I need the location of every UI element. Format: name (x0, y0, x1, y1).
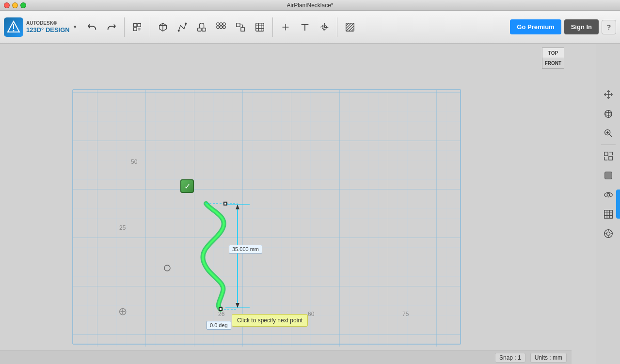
svg-rect-21 (241, 27, 244, 31)
svg-rect-71 (604, 152, 607, 156)
product-label: 123D° DESIGN (26, 26, 70, 34)
logo-icon (4, 17, 23, 37)
svg-text:⊕: ⊕ (118, 305, 127, 317)
point-marker-1 (223, 202, 227, 206)
construct-button[interactable] (193, 18, 210, 36)
svg-point-17 (216, 26, 219, 29)
panel-divider-1 (601, 144, 616, 145)
svg-point-10 (178, 30, 179, 31)
svg-text:25: 25 (119, 224, 126, 231)
angle-input[interactable]: 0.0 deg (207, 321, 231, 330)
maximize-button[interactable] (20, 2, 26, 8)
transform-button[interactable] (232, 18, 249, 36)
premium-button[interactable]: Go Premium (510, 19, 561, 34)
material-button[interactable] (341, 18, 359, 36)
canvas[interactable]: 50 25 26 60 75 (0, 44, 596, 364)
svg-text:60: 60 (308, 311, 315, 317)
svg-point-15 (220, 22, 223, 25)
units-status: Units : mm (530, 353, 567, 363)
svg-rect-12 (197, 28, 201, 31)
svg-rect-22 (255, 23, 264, 31)
window-title: AirPlantNecklace* (286, 2, 333, 9)
new-shape-button[interactable] (128, 18, 146, 36)
divider-3 (272, 17, 273, 37)
svg-rect-35 (73, 90, 461, 347)
svg-rect-72 (608, 157, 612, 160)
svg-point-11 (185, 23, 187, 24)
svg-rect-77 (604, 172, 612, 179)
pan-button[interactable] (599, 85, 618, 104)
svg-point-16 (223, 22, 225, 25)
svg-point-85 (606, 232, 610, 235)
svg-point-14 (216, 22, 219, 25)
zoom-button[interactable] (599, 124, 618, 142)
mesh-button[interactable] (251, 18, 269, 36)
svg-rect-80 (604, 210, 612, 219)
brand-label: AUTODESK® (26, 20, 70, 26)
dimension-input[interactable]: 35.000 mm (229, 245, 262, 253)
svg-rect-3 (133, 23, 136, 26)
divider-4 (337, 17, 337, 37)
view-cube-front[interactable]: FRONT (542, 58, 564, 69)
confirm-button[interactable]: ✓ (180, 179, 194, 193)
view-cube-top[interactable]: TOP (542, 47, 564, 58)
grid-toggle-button[interactable] (599, 205, 618, 223)
premium-area: Go Premium Sign In ? (510, 19, 616, 34)
svg-rect-20 (236, 23, 239, 26)
svg-rect-4 (138, 23, 141, 26)
snap-status: Snap : 1 (495, 353, 525, 363)
svg-text:26: 26 (218, 311, 225, 317)
snap-tools-button[interactable] (316, 18, 333, 36)
boolean-button[interactable] (277, 18, 294, 36)
point-marker-2 (219, 307, 223, 311)
svg-text:75: 75 (402, 311, 409, 317)
svg-point-18 (220, 26, 223, 29)
svg-rect-13 (202, 28, 206, 31)
svg-line-68 (609, 134, 612, 137)
solid-view-button[interactable] (599, 166, 618, 185)
logo-area: AUTODESK® 123D° DESIGN ▼ (4, 17, 78, 37)
help-button[interactable]: ? (602, 20, 616, 34)
view-cube: TOP FRONT (539, 47, 568, 81)
logo-dropdown[interactable]: ▼ (73, 24, 78, 30)
visibility-button[interactable] (599, 186, 618, 204)
svg-point-2 (13, 30, 15, 31)
status-bar: Snap : 1 Units : mm (0, 350, 572, 364)
right-edge-strip (616, 190, 620, 219)
toolbar: AUTODESK® 123D° DESIGN ▼ (0, 11, 620, 44)
pattern-button[interactable] (212, 18, 230, 36)
divider-2 (150, 17, 150, 37)
title-bar: AirPlantNecklace* (0, 0, 620, 11)
divider-1 (124, 17, 125, 37)
text-button[interactable] (296, 18, 314, 36)
redo-button[interactable] (103, 18, 120, 36)
svg-rect-5 (133, 27, 136, 30)
primitives-button[interactable] (154, 18, 172, 36)
minimize-button[interactable] (12, 2, 18, 8)
close-button[interactable] (4, 2, 10, 8)
snap-toggle-button[interactable] (599, 224, 618, 243)
fit-view-button[interactable] (599, 147, 618, 165)
svg-text:50: 50 (131, 158, 138, 165)
svg-point-79 (607, 193, 610, 196)
signin-button[interactable]: Sign In (564, 19, 599, 34)
undo-button[interactable] (83, 18, 101, 36)
sketch-button[interactable] (174, 18, 191, 36)
right-panel (596, 44, 620, 364)
logo-text: AUTODESK® 123D° DESIGN (26, 20, 70, 34)
grid: 50 25 26 60 75 (0, 44, 596, 364)
orbit-button[interactable] (599, 105, 618, 123)
window-buttons (4, 2, 26, 8)
svg-point-19 (223, 26, 225, 29)
main-area: 50 25 26 60 75 (0, 44, 620, 364)
